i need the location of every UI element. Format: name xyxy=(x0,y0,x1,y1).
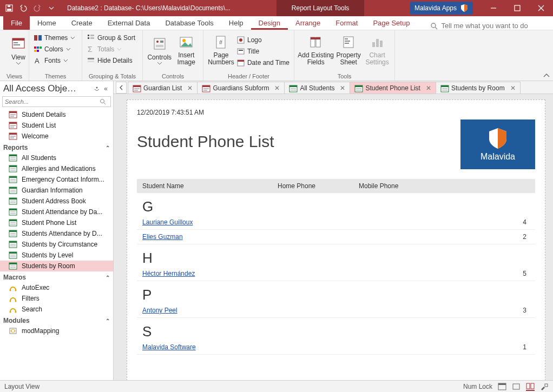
table-row: Elies Guzman2 xyxy=(137,230,535,244)
view-report-icon[interactable] xyxy=(498,383,506,390)
col-student-name: Student Name xyxy=(142,182,278,190)
view-print-icon[interactable] xyxy=(512,383,521,390)
save-icon[interactable] xyxy=(3,2,15,14)
nav-macro-item[interactable]: Filters xyxy=(0,293,113,304)
group-sort-button[interactable]: Group & Sort xyxy=(85,32,139,43)
svg-rect-44 xyxy=(345,38,348,39)
svg-rect-21 xyxy=(88,37,89,39)
logo-button[interactable]: Logo xyxy=(235,35,291,45)
chart-settings-button[interactable]: Chart Settings xyxy=(363,32,391,67)
view-design-icon[interactable] xyxy=(540,383,549,390)
svg-rect-95 xyxy=(10,233,16,234)
nav-category[interactable]: Reports⌃ xyxy=(0,142,113,152)
menu-tab-page-setup[interactable]: Page Setup xyxy=(365,16,417,30)
nav-category[interactable]: Modules⌃ xyxy=(0,315,113,325)
minimize-button[interactable] xyxy=(482,0,505,16)
nav-report-item[interactable]: Student Attendance by Da... xyxy=(0,207,113,217)
student-link[interactable]: Antony Peel xyxy=(142,307,278,314)
nav-dropdown-icon[interactable] xyxy=(92,87,102,91)
property-sheet-button[interactable]: Property Sheet xyxy=(334,32,363,67)
doc-tab[interactable]: Student Phone List✕ xyxy=(350,82,436,94)
qat-more-icon[interactable] xyxy=(45,2,57,14)
nav-toggle-icon[interactable] xyxy=(116,82,127,94)
menu-tab-design[interactable]: Design xyxy=(251,16,288,30)
svg-rect-135 xyxy=(442,90,447,91)
close-icon[interactable]: ✕ xyxy=(187,84,193,92)
doc-tab[interactable]: Guardian List✕ xyxy=(128,82,198,94)
group-sort-icon xyxy=(87,34,95,42)
ribbon: View Views Themes Colors AFonts Themes G… xyxy=(0,30,553,81)
menu-tab-create[interactable]: Create xyxy=(64,16,100,30)
nav-report-item[interactable]: Students Attendance by D... xyxy=(0,228,113,239)
collapse-ribbon-icon[interactable] xyxy=(543,73,550,78)
totals-button[interactable]: ΣTotals xyxy=(85,44,139,55)
nav-module-item[interactable]: modMapping xyxy=(0,325,113,336)
themes-button[interactable]: Themes xyxy=(32,32,78,43)
svg-rect-117 xyxy=(133,85,141,87)
student-link[interactable]: Lauriane Guilloux xyxy=(142,218,278,226)
report-title[interactable]: Student Phone List xyxy=(137,132,274,151)
macro-icon xyxy=(9,305,17,313)
nav-report-item[interactable]: All Students xyxy=(0,152,113,163)
view-layout-icon[interactable] xyxy=(526,382,535,391)
nav-search[interactable] xyxy=(2,96,111,107)
fonts-button[interactable]: AFonts xyxy=(32,55,78,66)
nav-form-item[interactable]: Student Details xyxy=(0,109,113,120)
redo-icon[interactable] xyxy=(31,2,43,14)
tell-me[interactable]: Tell me what you want to do xyxy=(430,22,528,30)
quick-access-toolbar xyxy=(0,2,61,14)
student-link[interactable]: Héctor Hernández xyxy=(142,270,278,277)
hide-details-button[interactable]: Hide Details xyxy=(85,55,139,66)
doc-tab[interactable]: Guardians Subform✕ xyxy=(197,82,285,94)
title-button[interactable]: Title xyxy=(235,46,291,57)
nav-report-item[interactable]: Students by Level xyxy=(0,250,113,261)
nav-report-item[interactable]: Allergies and Medications xyxy=(0,163,113,174)
doc-tab[interactable]: Students by Room✕ xyxy=(436,82,521,94)
doc-tab[interactable]: All Students✕ xyxy=(284,82,350,94)
nav-title[interactable]: All Access Obje… xyxy=(3,83,92,94)
undo-icon[interactable] xyxy=(17,2,29,14)
nav-form-item[interactable]: Student List xyxy=(0,120,113,131)
nav-report-item[interactable]: Student Address Book xyxy=(0,196,113,207)
controls-button[interactable]: Controls xyxy=(146,32,173,67)
report-logo[interactable]: Malavida xyxy=(460,119,535,169)
themes-icon xyxy=(34,34,42,42)
maximize-button[interactable] xyxy=(505,0,529,16)
nav-report-item[interactable]: Emergency Contact Inform... xyxy=(0,174,113,185)
nav-category[interactable]: Macros⌃ xyxy=(0,271,113,282)
nav-report-item[interactable]: Guardian Information xyxy=(0,185,113,196)
nav-report-item[interactable]: Students by Circumstance xyxy=(0,239,113,250)
svg-rect-64 xyxy=(10,137,14,138)
date-time-button[interactable]: Date and Time xyxy=(235,57,291,68)
table-row: Malavida Software1 xyxy=(137,340,535,355)
close-icon[interactable]: ✕ xyxy=(426,84,431,92)
menu-tab-home[interactable]: Home xyxy=(30,16,64,30)
nav-collapse-icon[interactable]: « xyxy=(102,85,110,92)
file-tab[interactable]: File xyxy=(3,16,30,30)
app-badge[interactable]: Malavida Apps xyxy=(410,2,473,15)
svg-point-5 xyxy=(431,23,436,28)
menu-tab-arrange[interactable]: Arrange xyxy=(288,16,328,30)
close-icon[interactable]: ✕ xyxy=(274,84,280,92)
add-fields-button[interactable]: Add Existing Fields xyxy=(298,32,334,67)
nav-macro-item[interactable]: AutoExec xyxy=(0,282,113,293)
svg-rect-37 xyxy=(239,50,243,51)
nav-report-item[interactable]: Students by Room xyxy=(0,261,113,271)
search-icon[interactable] xyxy=(100,98,110,105)
menu-tab-database-tools[interactable]: Database Tools xyxy=(157,16,221,30)
menu-tab-external-data[interactable]: External Data xyxy=(100,16,158,30)
close-icon[interactable]: ✕ xyxy=(510,84,516,92)
close-button[interactable] xyxy=(529,0,553,16)
student-link[interactable]: Malavida Software xyxy=(142,343,278,351)
colors-button[interactable]: Colors xyxy=(32,44,78,55)
nav-report-item[interactable]: Student Phone List xyxy=(0,217,113,228)
search-input[interactable] xyxy=(3,98,100,105)
nav-form-item[interactable]: Welcome xyxy=(0,131,113,142)
menu-tab-format[interactable]: Format xyxy=(328,16,365,30)
student-link[interactable]: Elies Guzman xyxy=(142,233,278,241)
nav-macro-item[interactable]: Search xyxy=(0,304,113,315)
close-icon[interactable]: ✕ xyxy=(340,84,345,92)
menu-tab-help[interactable]: Help xyxy=(221,16,251,30)
page-numbers-button[interactable]: # Page Numbers xyxy=(207,32,235,67)
insert-image-button[interactable]: Insert Image xyxy=(173,32,200,67)
